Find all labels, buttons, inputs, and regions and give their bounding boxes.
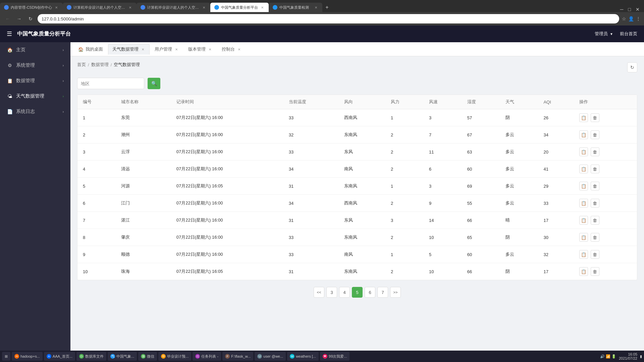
tab-title-5: 中国气象质量检测: [279, 5, 309, 10]
delete-button[interactable]: 🗑: [591, 199, 599, 207]
delete-button[interactable]: 🗑: [591, 233, 599, 242]
pagination-last-button[interactable]: >>: [390, 287, 401, 298]
pagination-page-3[interactable]: 3: [326, 287, 337, 298]
edit-button[interactable]: 📋: [579, 233, 588, 242]
cell-weather: 多云: [500, 195, 538, 212]
edit-button[interactable]: 📋: [579, 130, 588, 139]
minimize-button[interactable]: ─: [619, 7, 625, 12]
cell-city: 湛江: [116, 212, 171, 229]
browser-tab-2[interactable]: 计算机毕业设计超人的个人空间... ✕: [63, 3, 137, 12]
edit-button[interactable]: 📋: [579, 165, 588, 173]
sidebar-item-syslog[interactable]: 📄 系统日志 ›: [0, 104, 70, 119]
cell-humidity: 60: [462, 161, 500, 178]
delete-button[interactable]: 🗑: [591, 216, 599, 225]
back-button[interactable]: ←: [3, 14, 12, 23]
front-link[interactable]: 前台首页: [620, 31, 637, 37]
edit-button[interactable]: 📋: [579, 182, 588, 190]
refresh-button[interactable]: ↻: [627, 62, 637, 72]
page-tab-weatherdata[interactable]: 天气数据管理 ✕: [108, 44, 150, 55]
table-row: 7 湛江 07月22日(星期六) 16:00 31 东风 3 14 66 晴 1…: [77, 212, 637, 229]
page-tab-versionmanage[interactable]: 版本管理 ✕: [184, 44, 217, 55]
taskbar-item-db[interactable]: D 数据库文件: [76, 352, 106, 361]
menu-icon[interactable]: ⋮: [636, 16, 641, 21]
browser-tab-3[interactable]: 计算机毕业设计超人的个人空间... ✕: [137, 3, 210, 12]
edit-button[interactable]: 📋: [579, 250, 588, 259]
cell-city: 云浮: [116, 143, 171, 161]
tab-favicon-3: [141, 5, 145, 10]
taskbar-show-desktop[interactable]: ▮: [640, 354, 642, 359]
browser-tab-1[interactable]: 内容管理-CSDN创作中心 ✕: [0, 3, 63, 12]
edit-button[interactable]: 📋: [579, 267, 588, 276]
delete-button[interactable]: 🗑: [591, 165, 599, 173]
taskbar-item-hadoop[interactable]: H hadoop+s...: [12, 352, 43, 361]
edit-button[interactable]: 📋: [579, 216, 588, 225]
pagination-page-7[interactable]: 7: [377, 287, 388, 298]
page-tab-close-usermanage[interactable]: ✕: [174, 47, 179, 52]
pagination-page-6[interactable]: 6: [365, 287, 375, 298]
page-tab-close-weatherdata[interactable]: ✕: [141, 47, 145, 52]
forward-button[interactable]: →: [15, 14, 23, 23]
account-icon[interactable]: 👤: [628, 16, 634, 21]
url-input[interactable]: 127.0.0.1:5000/admin: [38, 14, 619, 23]
taskbar-item-love[interactable]: ❤ 99次我爱...: [320, 352, 350, 361]
page-tab-usermanage[interactable]: 用户管理 ✕: [150, 44, 183, 55]
reload-button[interactable]: ↻: [26, 14, 35, 23]
admin-user-menu[interactable]: 管理员 ▼: [595, 31, 613, 37]
chevron-right-icon: ›: [63, 48, 64, 52]
taskbar-item-weather[interactable]: 气 中国气象...: [108, 352, 137, 361]
taskbar-item-task[interactable]: 任 任务列表 -: [193, 352, 221, 361]
delete-button[interactable]: 🗑: [591, 147, 599, 156]
delete-button[interactable]: 🗑: [591, 182, 599, 190]
delete-button[interactable]: 🗑: [591, 130, 599, 139]
sidebar-item-datamanage[interactable]: 📋 数据管理 ›: [0, 73, 70, 88]
taskbar-item-aaa[interactable]: A AAA_首页...: [44, 352, 75, 361]
sidebar-item-label-datamanage: 数据管理: [16, 78, 59, 84]
new-tab-button[interactable]: +: [322, 3, 332, 12]
taskbar-item-weathers[interactable]: W weathers [...: [287, 352, 319, 361]
browser-tab-5[interactable]: 中国气象质量检测 ✕: [269, 3, 322, 12]
maximize-button[interactable]: □: [627, 7, 632, 12]
breadcrumb-data[interactable]: 数据管理: [91, 62, 109, 68]
page-tab-close-console[interactable]: ✕: [237, 47, 241, 52]
delete-button[interactable]: 🗑: [591, 250, 599, 259]
close-window-button[interactable]: ✕: [635, 7, 641, 12]
delete-button[interactable]: 🗑: [591, 113, 599, 122]
search-input[interactable]: [77, 78, 144, 89]
cell-humidity: 66: [462, 212, 500, 229]
pagination-page-5[interactable]: 5: [352, 287, 363, 298]
tab-close-4[interactable]: ✕: [260, 5, 265, 10]
browser-tab-bar: 内容管理-CSDN创作中心 ✕ 计算机毕业设计超人的个人空间... ✕ 计算机毕…: [0, 0, 644, 12]
delete-button[interactable]: 🗑: [591, 267, 599, 276]
edit-button[interactable]: 📋: [579, 199, 588, 207]
tab-close-3[interactable]: ✕: [202, 5, 206, 10]
sidebar: 🏠 主页 › ⚙ 系统管理 › 📋 数据管理 › 🌤 天气数据管理 › 📄: [0, 42, 70, 351]
cell-windspeed: 10: [424, 263, 462, 280]
taskbar-item-user[interactable]: U user @we...: [255, 352, 286, 361]
pagination-first-button[interactable]: <<: [314, 287, 324, 298]
sidebar-toggle-button[interactable]: ☰: [7, 30, 12, 38]
search-button[interactable]: 🔍: [148, 78, 160, 89]
edit-button[interactable]: 📋: [579, 147, 588, 156]
page-tab-console[interactable]: 控制台 ✕: [217, 44, 246, 55]
taskbar-dot-task: 任: [195, 354, 200, 359]
tab-close-1[interactable]: ✕: [54, 5, 59, 10]
edit-button[interactable]: 📋: [579, 113, 588, 122]
taskbar-item-biye[interactable]: 毕 毕业设计预...: [158, 352, 191, 361]
taskbar-item-flask[interactable]: F F:\flask_w...: [222, 352, 253, 361]
page-tab-dashboard[interactable]: 🏠 我的桌面: [74, 44, 107, 55]
taskbar-item-wechat[interactable]: 微 微信: [138, 352, 157, 361]
tab-close-2[interactable]: ✕: [128, 5, 132, 10]
tab-close-5[interactable]: ✕: [314, 5, 318, 10]
browser-tab-4[interactable]: 中国气象质量分析平台 ✕: [210, 3, 269, 12]
page-tab-bar: 🏠 我的桌面 天气数据管理 ✕ 用户管理 ✕ 版本管理 ✕ 控制台 ✕: [70, 42, 644, 56]
bookmark-icon[interactable]: ☆: [622, 16, 626, 21]
sidebar-item-weatherdata[interactable]: 🌤 天气数据管理 ›: [0, 88, 70, 104]
cell-city: 肇庆: [116, 229, 171, 246]
sidebar-item-sysmanage[interactable]: ⚙ 系统管理 ›: [0, 58, 70, 73]
pagination-page-4[interactable]: 4: [339, 287, 350, 298]
sidebar-item-home[interactable]: 🏠 主页 ›: [0, 42, 70, 58]
taskbar-item-start[interactable]: ⊞: [2, 352, 10, 361]
breadcrumb-home[interactable]: 首页: [77, 62, 86, 68]
page-tab-close-versionmanage[interactable]: ✕: [208, 47, 212, 52]
taskbar-clock: 16:05 2021/07/22: [619, 352, 637, 360]
